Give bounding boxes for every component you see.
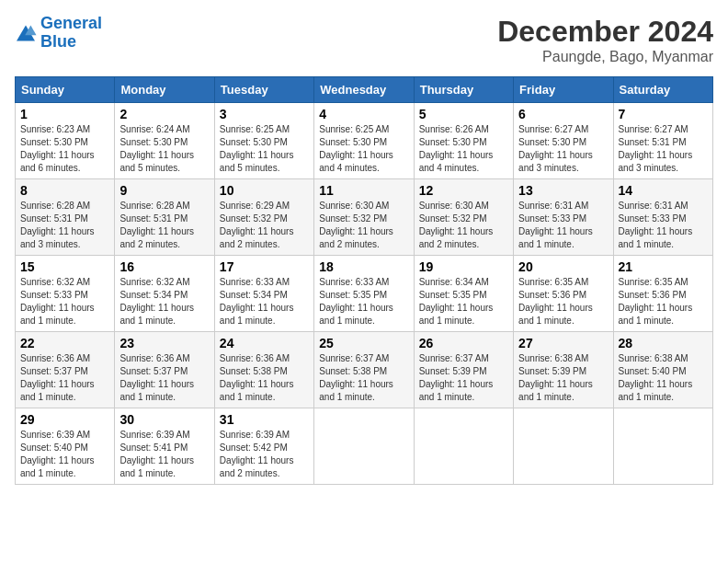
- day-info: Sunrise: 6:36 AM Sunset: 5:38 PM Dayligh…: [220, 352, 309, 404]
- day-info: Sunrise: 6:34 AM Sunset: 5:35 PM Dayligh…: [419, 276, 508, 327]
- day-number: 28: [619, 336, 708, 350]
- day-number: 17: [220, 259, 309, 274]
- day-info: Sunrise: 6:39 AM Sunset: 5:42 PM Dayligh…: [220, 429, 309, 480]
- calendar-week-row: 1Sunrise: 6:23 AM Sunset: 5:30 PM Daylig…: [16, 103, 713, 179]
- calendar-cell: 28Sunrise: 6:38 AM Sunset: 5:40 PM Dayli…: [613, 332, 712, 408]
- day-number: 30: [119, 412, 209, 427]
- day-number: 21: [619, 259, 708, 274]
- calendar-cell: 12Sunrise: 6:30 AM Sunset: 5:32 PM Dayli…: [414, 179, 513, 256]
- calendar-cell: 20Sunrise: 6:35 AM Sunset: 5:36 PM Dayli…: [514, 256, 613, 332]
- day-info: Sunrise: 6:31 AM Sunset: 5:33 PM Dayligh…: [619, 200, 708, 251]
- day-info: Sunrise: 6:38 AM Sunset: 5:40 PM Dayligh…: [619, 352, 708, 404]
- day-info: Sunrise: 6:39 AM Sunset: 5:41 PM Dayligh…: [119, 429, 209, 480]
- day-number: 25: [319, 336, 408, 350]
- day-info: Sunrise: 6:33 AM Sunset: 5:35 PM Dayligh…: [319, 276, 408, 327]
- day-number: 2: [119, 107, 209, 121]
- day-info: Sunrise: 6:27 AM Sunset: 5:31 PM Dayligh…: [619, 123, 708, 175]
- calendar-header-row: SundayMondayTuesdayWednesdayThursdayFrid…: [16, 77, 713, 103]
- calendar-cell: [514, 408, 613, 485]
- day-info: Sunrise: 6:32 AM Sunset: 5:34 PM Dayligh…: [119, 276, 209, 327]
- calendar-cell: 30Sunrise: 6:39 AM Sunset: 5:41 PM Dayli…: [115, 408, 214, 485]
- day-number: 6: [518, 107, 608, 121]
- day-number: 5: [419, 107, 508, 121]
- calendar-week-row: 8Sunrise: 6:28 AM Sunset: 5:31 PM Daylig…: [16, 179, 713, 256]
- calendar-header-monday: Monday: [115, 77, 214, 103]
- calendar-cell: 21Sunrise: 6:35 AM Sunset: 5:36 PM Dayli…: [613, 256, 712, 332]
- day-info: Sunrise: 6:39 AM Sunset: 5:40 PM Dayligh…: [20, 429, 109, 480]
- day-number: 7: [619, 107, 708, 121]
- calendar-cell: 1Sunrise: 6:23 AM Sunset: 5:30 PM Daylig…: [16, 103, 115, 179]
- calendar-cell: 23Sunrise: 6:36 AM Sunset: 5:37 PM Dayli…: [115, 332, 214, 408]
- day-info: Sunrise: 6:25 AM Sunset: 5:30 PM Dayligh…: [220, 123, 309, 175]
- calendar-header-friday: Friday: [514, 77, 613, 103]
- calendar-week-row: 22Sunrise: 6:36 AM Sunset: 5:37 PM Dayli…: [16, 332, 713, 408]
- day-info: Sunrise: 6:29 AM Sunset: 5:32 PM Dayligh…: [220, 200, 309, 251]
- day-info: Sunrise: 6:27 AM Sunset: 5:30 PM Dayligh…: [518, 123, 608, 175]
- calendar-header-thursday: Thursday: [414, 77, 513, 103]
- day-number: 8: [20, 183, 109, 198]
- day-number: 12: [419, 183, 508, 198]
- calendar-cell: 13Sunrise: 6:31 AM Sunset: 5:33 PM Dayli…: [514, 179, 613, 256]
- day-info: Sunrise: 6:33 AM Sunset: 5:34 PM Dayligh…: [220, 276, 309, 327]
- logo-icon: [15, 24, 37, 42]
- calendar-header-sunday: Sunday: [16, 77, 115, 103]
- day-number: 22: [20, 336, 109, 350]
- day-number: 19: [419, 259, 508, 274]
- calendar-cell: 16Sunrise: 6:32 AM Sunset: 5:34 PM Dayli…: [115, 256, 214, 332]
- calendar-cell: 19Sunrise: 6:34 AM Sunset: 5:35 PM Dayli…: [414, 256, 513, 332]
- day-number: 20: [518, 259, 608, 274]
- day-number: 9: [119, 183, 209, 198]
- day-number: 16: [119, 259, 209, 274]
- calendar-cell: 24Sunrise: 6:36 AM Sunset: 5:38 PM Dayli…: [214, 332, 313, 408]
- calendar-header-wednesday: Wednesday: [314, 77, 414, 103]
- day-number: 26: [419, 336, 508, 350]
- day-info: Sunrise: 6:28 AM Sunset: 5:31 PM Dayligh…: [20, 200, 109, 251]
- day-number: 13: [518, 183, 608, 198]
- calendar-cell: 7Sunrise: 6:27 AM Sunset: 5:31 PM Daylig…: [613, 103, 712, 179]
- day-info: Sunrise: 6:35 AM Sunset: 5:36 PM Dayligh…: [518, 276, 608, 327]
- calendar-cell: 26Sunrise: 6:37 AM Sunset: 5:39 PM Dayli…: [414, 332, 513, 408]
- day-number: 11: [319, 183, 408, 198]
- day-number: 18: [319, 259, 408, 274]
- day-info: Sunrise: 6:25 AM Sunset: 5:30 PM Dayligh…: [319, 123, 408, 175]
- day-info: Sunrise: 6:31 AM Sunset: 5:33 PM Dayligh…: [518, 200, 608, 251]
- subtitle: Paungde, Bago, Myanmar: [497, 49, 713, 65]
- day-number: 1: [20, 107, 109, 121]
- calendar-cell: 8Sunrise: 6:28 AM Sunset: 5:31 PM Daylig…: [16, 179, 115, 256]
- calendar-header-saturday: Saturday: [613, 77, 712, 103]
- day-number: 23: [119, 336, 209, 350]
- calendar-cell: 25Sunrise: 6:37 AM Sunset: 5:38 PM Dayli…: [314, 332, 414, 408]
- day-number: 31: [220, 412, 309, 427]
- day-info: Sunrise: 6:37 AM Sunset: 5:38 PM Dayligh…: [319, 352, 408, 404]
- day-info: Sunrise: 6:36 AM Sunset: 5:37 PM Dayligh…: [20, 352, 109, 404]
- calendar-cell: 3Sunrise: 6:25 AM Sunset: 5:30 PM Daylig…: [214, 103, 313, 179]
- title-block: December 2024 Paungde, Bago, Myanmar: [497, 15, 713, 65]
- calendar-cell: 9Sunrise: 6:28 AM Sunset: 5:31 PM Daylig…: [115, 179, 214, 256]
- day-info: Sunrise: 6:36 AM Sunset: 5:37 PM Dayligh…: [119, 352, 209, 404]
- calendar-week-row: 15Sunrise: 6:32 AM Sunset: 5:33 PM Dayli…: [16, 256, 713, 332]
- logo: General Blue: [15, 15, 102, 52]
- calendar-cell: 11Sunrise: 6:30 AM Sunset: 5:32 PM Dayli…: [314, 179, 414, 256]
- calendar-cell: [414, 408, 513, 485]
- day-info: Sunrise: 6:24 AM Sunset: 5:30 PM Dayligh…: [119, 123, 209, 175]
- calendar-cell: 10Sunrise: 6:29 AM Sunset: 5:32 PM Dayli…: [214, 179, 313, 256]
- calendar-cell: 29Sunrise: 6:39 AM Sunset: 5:40 PM Dayli…: [16, 408, 115, 485]
- calendar-cell: 17Sunrise: 6:33 AM Sunset: 5:34 PM Dayli…: [214, 256, 313, 332]
- calendar-week-row: 29Sunrise: 6:39 AM Sunset: 5:40 PM Dayli…: [16, 408, 713, 485]
- calendar-cell: 18Sunrise: 6:33 AM Sunset: 5:35 PM Dayli…: [314, 256, 414, 332]
- day-info: Sunrise: 6:26 AM Sunset: 5:30 PM Dayligh…: [419, 123, 508, 175]
- main-title: December 2024: [497, 15, 713, 49]
- day-number: 4: [319, 107, 408, 121]
- day-info: Sunrise: 6:38 AM Sunset: 5:39 PM Dayligh…: [518, 352, 608, 404]
- day-info: Sunrise: 6:35 AM Sunset: 5:36 PM Dayligh…: [619, 276, 708, 327]
- day-number: 10: [220, 183, 309, 198]
- calendar-cell: 22Sunrise: 6:36 AM Sunset: 5:37 PM Dayli…: [16, 332, 115, 408]
- calendar-header-tuesday: Tuesday: [214, 77, 313, 103]
- calendar-cell: 31Sunrise: 6:39 AM Sunset: 5:42 PM Dayli…: [214, 408, 313, 485]
- day-number: 14: [619, 183, 708, 198]
- day-number: 24: [220, 336, 309, 350]
- calendar-cell: 6Sunrise: 6:27 AM Sunset: 5:30 PM Daylig…: [514, 103, 613, 179]
- day-number: 3: [220, 107, 309, 121]
- day-number: 29: [20, 412, 109, 427]
- day-info: Sunrise: 6:23 AM Sunset: 5:30 PM Dayligh…: [20, 123, 109, 175]
